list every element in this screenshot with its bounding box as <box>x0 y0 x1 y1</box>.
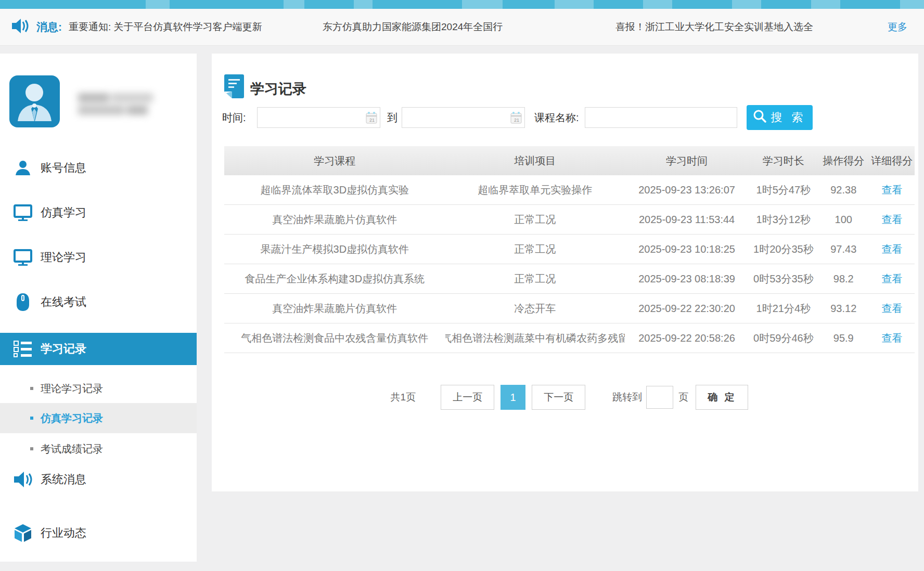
sidebar-subitem-theory-learning-records[interactable]: 理论学习记录 <box>0 373 197 404</box>
sidebar-item-label: 学习记录 <box>41 341 86 357</box>
sidebar-item-learning-records[interactable]: 学习记录 <box>0 333 197 365</box>
next-page-button[interactable]: 下一页 <box>532 385 585 410</box>
jump-page-input[interactable] <box>646 386 673 409</box>
cell-course: 真空油炸果蔬脆片仿真软件 <box>224 294 445 323</box>
filter-bar: 时间: 21 到 21 课程名称: <box>212 105 918 130</box>
username-redacted <box>78 93 159 116</box>
cell-time: 2025-09-22 20:58:26 <box>625 323 749 353</box>
jump-to-label: 跳转到 <box>612 391 642 404</box>
view-detail-link[interactable]: 查看 <box>869 175 915 204</box>
col-header-detail: 详细得分 <box>869 146 915 175</box>
sidebar-item-label: 行业动态 <box>41 525 86 541</box>
view-detail-link[interactable]: 查看 <box>869 264 915 293</box>
cell-duration: 1时21分4秒 <box>749 294 818 323</box>
speaker-icon <box>11 18 29 36</box>
cell-duration: 1时3分12秒 <box>749 205 818 234</box>
confirm-jump-button[interactable]: 确 定 <box>696 385 748 410</box>
sidebar-item-simulation-learning[interactable]: 仿真学习 <box>0 190 197 235</box>
page: 消息: 重要通知: 关于平台仿真软件学习客户端更新 东方仿真助力国家能源集团20… <box>0 0 924 571</box>
to-label: 到 <box>387 111 397 125</box>
calendar-icon[interactable]: 21 <box>510 111 522 126</box>
sidebar-item-label: 仿真学习 <box>41 205 86 220</box>
cell-duration: 1时5分47秒 <box>749 175 818 204</box>
cell-duration: 1时20分35秒 <box>749 235 818 264</box>
search-button-label: 搜 索 <box>771 110 806 125</box>
sidebar-item-label: 理论学习 <box>41 250 86 265</box>
current-page-button[interactable]: 1 <box>500 385 525 410</box>
time-filter-label: 时间: <box>222 111 246 125</box>
cell-score: 97.43 <box>818 235 869 264</box>
cell-time: 2025-09-23 13:26:07 <box>625 175 749 204</box>
search-button[interactable]: 搜 索 <box>747 105 813 130</box>
prev-page-button[interactable]: 上一页 <box>441 385 494 410</box>
cell-score: 93.12 <box>818 294 869 323</box>
top-banner-strip <box>0 0 924 9</box>
sidebar-item-online-exam[interactable]: 在线考试 <box>0 280 197 325</box>
cell-score: 95.9 <box>818 323 869 353</box>
cell-project: 正常工况 <box>445 205 625 234</box>
sidebar-item-theory-learning[interactable]: 理论学习 <box>0 235 197 280</box>
mouse-icon <box>11 293 34 312</box>
view-detail-link[interactable]: 查看 <box>869 323 915 353</box>
news-item-2[interactable]: 东方仿真助力国家能源集团2024年全国行 <box>323 20 503 34</box>
records-table: 学习课程 培训项目 学习时间 学习时长 操作得分 详细得分 超临界流体萃取3D虚… <box>224 146 915 353</box>
news-item-1[interactable]: 重要通知: 关于平台仿真软件学习客户端更新 <box>69 20 262 34</box>
monitor-icon <box>11 249 34 266</box>
sidebar-subitem-label: 理论学习记录 <box>41 382 103 396</box>
cell-duration: 0时59分46秒 <box>749 323 818 353</box>
list-icon <box>11 340 34 358</box>
search-icon <box>753 109 766 126</box>
sidebar-item-account-info[interactable]: 账号信息 <box>0 146 197 190</box>
sidebar-item-label: 账号信息 <box>41 160 86 176</box>
course-name-label: 课程名称: <box>534 111 579 125</box>
view-detail-link[interactable]: 查看 <box>869 205 915 234</box>
bullet-icon <box>30 387 33 390</box>
sidebar-item-industry-news[interactable]: 行业动态 <box>0 511 197 555</box>
page-unit-label: 页 <box>678 391 688 404</box>
sidebar-item-system-messages[interactable]: 系统消息 <box>0 457 197 502</box>
table-row: 气相色谱法检测食品中农残含量仿真软件 气相色谱法检测蔬菜中有机磷农药多残留 20… <box>224 323 915 353</box>
cell-duration: 0时53分35秒 <box>749 264 818 293</box>
notification-bar: 消息: 重要通知: 关于平台仿真软件学习客户端更新 东方仿真助力国家能源集团20… <box>0 9 924 46</box>
cell-course: 食品生产企业体系构建3D虚拟仿真系统 <box>224 264 445 293</box>
col-header-course: 学习课程 <box>224 146 445 175</box>
view-detail-link[interactable]: 查看 <box>869 294 915 323</box>
table-row: 超临界流体萃取3D虚拟仿真实验 超临界萃取单元实验操作 2025-09-23 1… <box>224 175 915 205</box>
user-icon <box>11 160 34 176</box>
avatar <box>9 75 60 127</box>
col-header-project: 培训项目 <box>445 146 625 175</box>
cell-project: 正常工况 <box>445 264 625 293</box>
calendar-icon[interactable]: 21 <box>366 111 377 126</box>
cell-time: 2025-09-23 11:53:44 <box>625 205 749 234</box>
page-title: 学习记录 <box>250 80 306 98</box>
view-detail-link[interactable]: 查看 <box>869 235 915 264</box>
table-row: 食品生产企业体系构建3D虚拟仿真系统 正常工况 2025-09-23 08:18… <box>224 264 915 294</box>
course-name-input[interactable] <box>585 107 737 128</box>
sidebar: 账号信息 仿真学习 理论学习 <box>0 54 197 562</box>
news-item-3[interactable]: 喜报！浙江工业大学化工安全实训基地入选全 <box>615 20 813 34</box>
cube-icon <box>11 524 34 542</box>
table-row: 真空油炸果蔬脆片仿真软件 冷态开车 2025-09-22 22:30:20 1时… <box>224 294 915 323</box>
table-header-row: 学习课程 培训项目 学习时间 学习时长 操作得分 详细得分 <box>224 146 915 175</box>
col-header-score: 操作得分 <box>818 146 869 175</box>
cell-project: 冷态开车 <box>445 294 625 323</box>
sidebar-subitem-simulation-learning-records[interactable]: 仿真学习记录 <box>0 403 197 433</box>
bullet-icon <box>30 447 33 450</box>
svg-text:21: 21 <box>514 118 519 123</box>
date-from-input[interactable] <box>257 107 380 128</box>
cell-score: 100 <box>818 205 869 234</box>
cell-project: 超临界萃取单元实验操作 <box>445 175 625 204</box>
document-icon <box>224 74 244 100</box>
monitor-icon <box>11 204 34 221</box>
cell-course: 气相色谱法检测食品中农残含量仿真软件 <box>224 323 445 353</box>
more-news-link[interactable]: 更多 <box>888 20 907 34</box>
date-to-input[interactable] <box>402 107 525 128</box>
sidebar-subitem-label: 考试成绩记录 <box>41 442 103 456</box>
sidebar-item-label: 在线考试 <box>41 294 86 310</box>
cell-project: 正常工况 <box>445 235 625 264</box>
cell-score: 92.38 <box>818 175 869 204</box>
svg-text:21: 21 <box>369 118 375 123</box>
pagination: 共1页 上一页 1 下一页 跳转到 页 确 定 <box>224 384 915 410</box>
cell-course: 真空油炸果蔬脆片仿真软件 <box>224 205 445 234</box>
cell-time: 2025-09-22 22:30:20 <box>625 294 749 323</box>
